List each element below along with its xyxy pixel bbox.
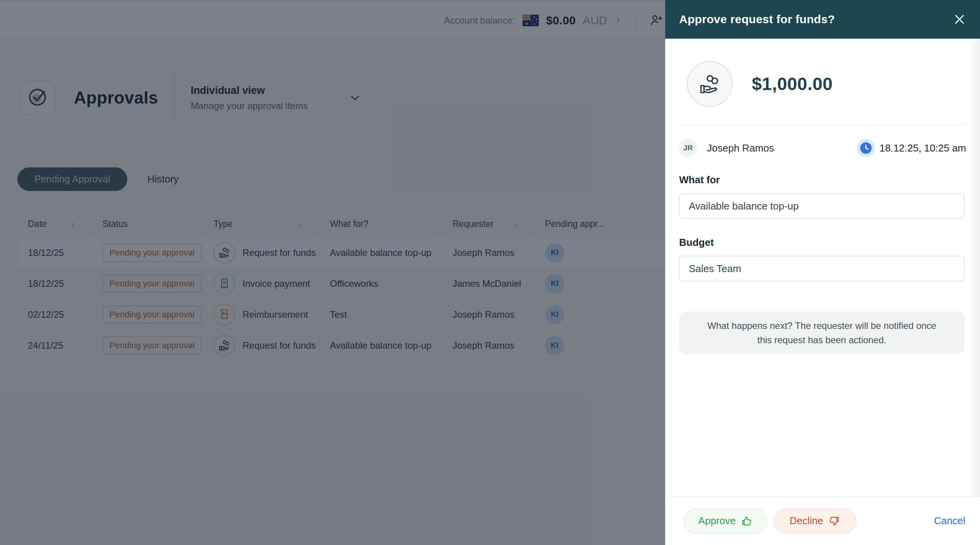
request-amount: $1,000.00 xyxy=(752,73,833,94)
timestamp-cluster: 18.12.25, 10:25 am xyxy=(857,139,966,157)
requester-avatar: JR xyxy=(679,139,697,157)
amount-row: $1,000.00 xyxy=(687,61,833,107)
approve-button-label: Approve xyxy=(698,515,736,527)
what-for-field[interactable]: Available balance top-up xyxy=(679,193,965,219)
decline-button[interactable]: Decline xyxy=(773,509,856,533)
screen: Account balance: xyxy=(0,0,980,545)
budget-field[interactable]: Sales Team xyxy=(679,256,965,281)
requester-row: JR Joseph Ramos 18.12.25, 10:25 am xyxy=(679,138,966,158)
budget-label: Budget xyxy=(679,237,714,249)
what-for-label: What for xyxy=(679,174,720,186)
thumbs-up-icon xyxy=(741,515,753,527)
panel-scrollbar[interactable] xyxy=(970,39,980,496)
decline-button-label: Decline xyxy=(790,515,823,527)
close-icon[interactable] xyxy=(953,13,966,26)
panel-title: Approve request for funds? xyxy=(679,13,835,26)
approve-request-panel: Approve request for funds? $1,000.00 xyxy=(665,0,980,545)
panel-footer: Approve Decline Cancel xyxy=(665,496,980,545)
request-timestamp: 18.12.25, 10:25 am xyxy=(879,142,966,154)
panel-divider xyxy=(679,124,966,125)
what-happens-next-box: What happens next? The requester will be… xyxy=(679,312,965,354)
requester-name: Joseph Ramos xyxy=(707,142,774,154)
modal-scrim[interactable] xyxy=(0,0,665,545)
thumbs-down-icon xyxy=(828,515,840,527)
cancel-button[interactable]: Cancel xyxy=(934,515,965,527)
what-happens-next-text: What happens next? The requester will be… xyxy=(706,318,937,347)
approve-button[interactable]: Approve xyxy=(684,509,767,533)
panel-body: $1,000.00 JR Joseph Ramos 18.12.25, 10:2… xyxy=(665,39,980,496)
clock-icon xyxy=(857,139,875,157)
panel-header: Approve request for funds? xyxy=(665,0,980,39)
hand-coins-icon xyxy=(687,61,732,107)
